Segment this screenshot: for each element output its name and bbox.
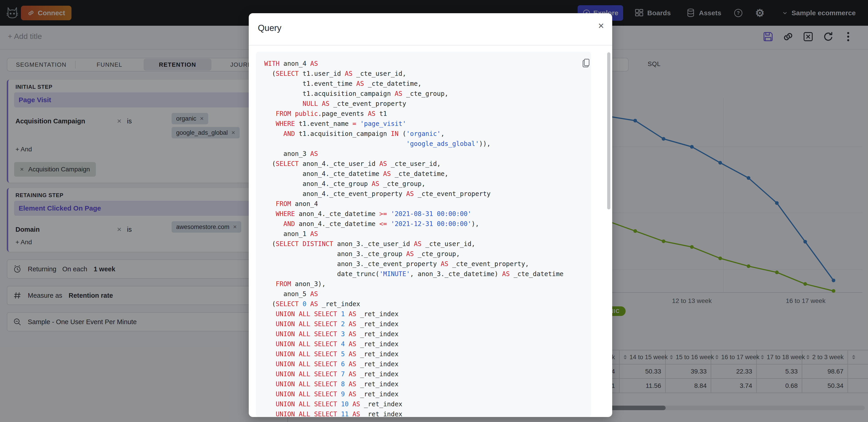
copy-code-icon[interactable] bbox=[581, 58, 591, 68]
close-icon[interactable]: × bbox=[598, 20, 604, 31]
modal-header: Query × bbox=[249, 13, 612, 46]
modal-scrollbar-thumb[interactable] bbox=[607, 52, 610, 209]
app-root: Connect Explore Boards Assets bbox=[0, 0, 868, 422]
sql-code: WITH anon_4 AS (SELECT t1.user_id AS _ct… bbox=[264, 59, 583, 417]
sql-code-block: WITH anon_4 AS (SELECT t1.user_id AS _ct… bbox=[256, 52, 591, 417]
modal-title: Query bbox=[258, 23, 281, 33]
query-modal: Query × WITH anon_4 AS (SELECT t1.user_i… bbox=[249, 13, 612, 417]
